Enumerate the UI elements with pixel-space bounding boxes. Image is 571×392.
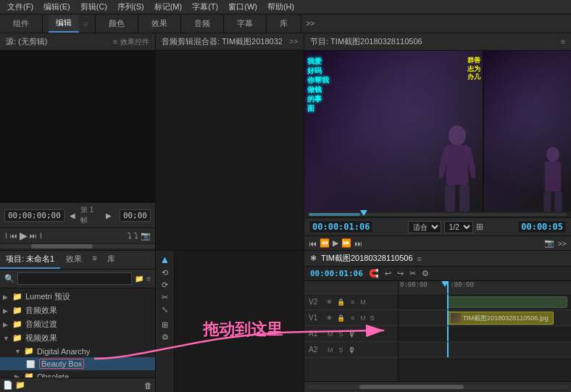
- tab-edit[interactable]: 编辑: [49, 14, 79, 33]
- lumetri-arrow-icon: ▶: [3, 293, 10, 301]
- new-bin-bottom-icon[interactable]: 📁: [15, 380, 25, 390]
- timeline-scrollbar[interactable]: [307, 385, 568, 389]
- razor-tool-icon[interactable]: ✂: [162, 293, 168, 302]
- v1-settings-icon[interactable]: S: [370, 314, 375, 322]
- svg-rect-3: [459, 185, 470, 212]
- menu-marker[interactable]: 标记(M): [150, 0, 187, 14]
- menu-caption[interactable]: 字幕(T): [188, 0, 222, 14]
- tree-item-beauty-box[interactable]: ⬜ Beauty Box: [0, 357, 155, 370]
- prog-next-frame-icon[interactable]: ⏩: [341, 238, 351, 248]
- project-search-input[interactable]: [17, 272, 132, 285]
- video-clip-v1[interactable]: TIM截图20180328110506.jpg: [447, 312, 554, 325]
- v1-lock-icon[interactable]: 🔒: [335, 314, 346, 322]
- tree-item-lumetri[interactable]: ▶ 📁 Lumetri 预设: [0, 290, 155, 304]
- delete-icon[interactable]: 🗑: [144, 381, 152, 390]
- source-time-controls: 00;00;00;00 ◀ 第 1 帧 ▶ 00;00: [0, 202, 155, 228]
- timeline-ruler[interactable]: 0:00:00 :00:00: [399, 281, 571, 294]
- go-to-in-btn[interactable]: ⏮: [10, 232, 17, 240]
- overlay-text-left: 我爱好吗你帮我做钱的事面: [307, 57, 329, 113]
- tab-audio[interactable]: 音频: [187, 14, 217, 33]
- scrubber-track[interactable]: [309, 213, 567, 216]
- v1-mute-icon[interactable]: M: [359, 314, 367, 322]
- project-tab-project[interactable]: 项目: 未命名1: [0, 251, 60, 269]
- go-to-out-btn[interactable]: ⏭: [30, 232, 37, 240]
- prog-export-frame-icon[interactable]: 📷: [544, 238, 554, 248]
- tl-razor-icon[interactable]: ✂: [409, 269, 416, 278]
- tab-assembly[interactable]: 组件: [6, 14, 36, 33]
- tl-undo-icon[interactable]: ↩: [385, 269, 391, 278]
- v1-sync-icon[interactable]: ≡: [349, 314, 356, 322]
- a2-mute-btn[interactable]: M: [326, 346, 335, 354]
- ripple-tool-icon[interactable]: ⟲: [162, 268, 168, 278]
- menu-file[interactable]: 文件(F): [3, 0, 38, 14]
- safe-margin-icon[interactable]: ⊞: [476, 222, 483, 232]
- a1-solo-btn[interactable]: S: [338, 330, 345, 338]
- menu-help[interactable]: 帮助(H): [263, 0, 299, 14]
- roll-tool-icon[interactable]: ⟳: [162, 280, 168, 290]
- tl-settings-icon[interactable]: ⚙: [422, 269, 429, 278]
- bottom-left: 项目: 未命名1 效果 ≡ 库 🔍 📁 ≡ ▶ 📁: [0, 251, 304, 392]
- add-tracks-icon[interactable]: ⊞: [162, 320, 168, 330]
- list-view-icon[interactable]: ≡: [146, 275, 151, 283]
- mark-out-btn[interactable]: ⌇: [39, 232, 43, 240]
- tree-item-audio-filter[interactable]: ▶ 📁 音频过渡: [0, 317, 155, 331]
- insert-btn[interactable]: ⤵: [128, 231, 132, 240]
- svg-rect-2: [445, 185, 455, 212]
- tl-redo-icon[interactable]: ↪: [397, 269, 404, 278]
- prog-go-to-in-icon[interactable]: ⏮: [309, 239, 317, 248]
- a2-solo-btn[interactable]: S: [338, 346, 345, 354]
- a1-mic-icon[interactable]: 🎙: [348, 330, 356, 338]
- menu-window[interactable]: 窗口(W): [224, 0, 262, 14]
- prog-play-icon[interactable]: ▶: [333, 238, 338, 248]
- menu-clip[interactable]: 剪辑(C): [76, 0, 112, 14]
- tab-effects[interactable]: 效果: [144, 14, 175, 33]
- export-frame-btn[interactable]: 📷: [141, 231, 151, 241]
- a2-mic-icon[interactable]: 🎙: [348, 346, 356, 354]
- next-frame-btn[interactable]: ▶: [104, 211, 114, 220]
- program-panel-menu-icon[interactable]: ≡: [561, 38, 565, 46]
- v2-lock-icon[interactable]: 🔒: [335, 299, 346, 306]
- v2-clip-placeholder[interactable]: [447, 296, 567, 308]
- scrubber-handle[interactable]: [360, 210, 367, 219]
- v2-sync-icon[interactable]: ≡: [349, 299, 356, 306]
- toolbar-more[interactable]: >>: [301, 20, 319, 28]
- fraction-select[interactable]: 1/2: [444, 221, 473, 233]
- mark-in-btn[interactable]: ⌇: [4, 232, 8, 240]
- toolbar-section-edit: 编辑 ≡: [43, 14, 96, 33]
- slip-tool-icon[interactable]: ⤡: [162, 305, 168, 314]
- project-tab-library[interactable]: 库: [101, 251, 121, 269]
- prog-go-to-out-icon[interactable]: ⏭: [354, 239, 362, 248]
- selection-tool-icon[interactable]: ▲: [160, 254, 170, 265]
- audio-panel-more-icon[interactable]: >>: [289, 38, 298, 46]
- prog-prev-frame-icon[interactable]: ⏪: [320, 238, 330, 248]
- source-scrollbar[interactable]: [0, 244, 155, 249]
- v1-visibility-icon[interactable]: 👁: [326, 314, 333, 322]
- source-effects-tab[interactable]: 效果控件: [120, 37, 149, 47]
- tree-item-video-effects[interactable]: ▼ 📁 视频效果: [0, 331, 155, 345]
- tree-item-obsolete[interactable]: ▶ 📁 Obsolete: [0, 370, 155, 378]
- new-item-icon[interactable]: 📄: [3, 380, 13, 390]
- settings-icon[interactable]: ⚙: [162, 333, 169, 342]
- play-btn[interactable]: ▶: [20, 230, 28, 241]
- prev-frame-btn[interactable]: ◀: [67, 211, 78, 220]
- v2-mute-icon[interactable]: M: [359, 299, 367, 306]
- project-tab-effects[interactable]: 效果: [60, 251, 88, 269]
- prog-more-icon[interactable]: >>: [557, 239, 567, 248]
- playhead-a1: [447, 326, 449, 341]
- project-panel-menu-icon[interactable]: ≡: [88, 251, 101, 269]
- overwrite-btn[interactable]: ⤵: [134, 231, 138, 240]
- tree-item-digital-anarchy[interactable]: ▼ 📁 Digital Anarchy: [0, 345, 155, 357]
- v2-visibility-icon[interactable]: 👁: [326, 299, 333, 306]
- menu-sequence[interactable]: 序列(S): [113, 0, 149, 14]
- fit-select[interactable]: 适合: [408, 221, 441, 233]
- a1-mute-btn[interactable]: M: [326, 330, 335, 338]
- timeline-menu-icon[interactable]: ≡: [417, 254, 422, 263]
- tab-captions[interactable]: 字幕: [230, 14, 260, 33]
- tl-snap-icon[interactable]: 🧲: [369, 269, 379, 278]
- tab-color[interactable]: 颜色: [101, 14, 132, 33]
- new-bin-icon[interactable]: 📁: [135, 275, 143, 283]
- tree-item-audio-effects[interactable]: ▶ 📁 音频效果: [0, 304, 155, 317]
- tab-library[interactable]: 库: [272, 14, 295, 33]
- source-panel-menu-icon[interactable]: ≡: [113, 38, 117, 46]
- menu-edit[interactable]: 编辑(E): [39, 0, 75, 14]
